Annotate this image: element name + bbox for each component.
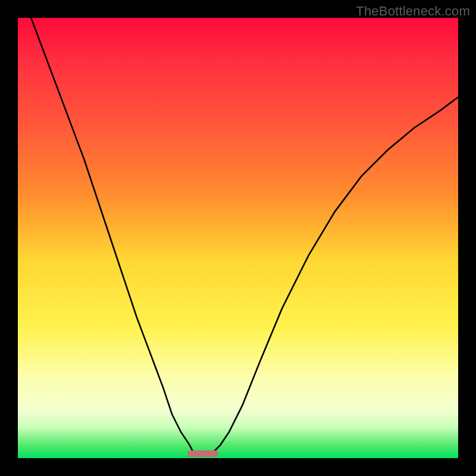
curve-layer (18, 18, 458, 458)
chart-frame: TheBottleneck.com (0, 0, 476, 476)
curve-right-branch (212, 97, 458, 453)
plot-area (18, 18, 458, 458)
watermark-text: TheBottleneck.com (356, 4, 470, 19)
baseline-marker (187, 450, 218, 457)
curve-left-branch (31, 18, 194, 454)
